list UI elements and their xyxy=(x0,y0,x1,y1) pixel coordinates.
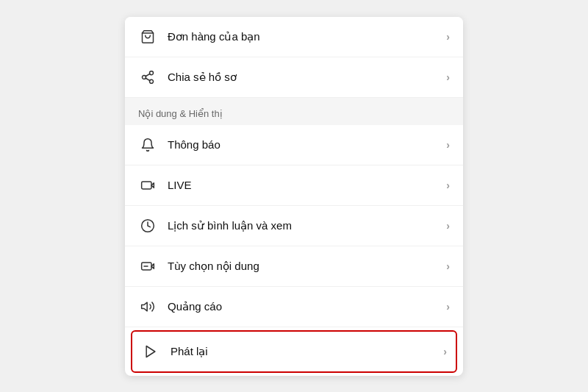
menu-item-lich-su[interactable]: Lịch sử bình luận và xem › xyxy=(125,206,463,246)
menu-item-quang-cao[interactable]: Quảng cáo › xyxy=(125,287,463,327)
svg-rect-6 xyxy=(142,182,151,189)
section-header: Nội dung & Hiển thị xyxy=(125,98,463,125)
chia-se-chevron: › xyxy=(446,71,450,83)
thong-bao-label: Thông báo xyxy=(168,138,446,151)
lich-su-chevron: › xyxy=(446,220,450,232)
share-icon xyxy=(138,68,157,87)
svg-line-5 xyxy=(146,74,150,76)
menu-item-tuy-chon[interactable]: Tùy chọn nội dung › xyxy=(125,246,463,287)
ad-icon xyxy=(138,297,157,316)
video-options-icon xyxy=(138,257,157,276)
section-label: Nội dung & Hiển thị xyxy=(138,108,223,119)
phat-lai-label: Phát lại xyxy=(171,345,443,358)
menu-item-live[interactable]: LIVE › xyxy=(125,165,463,206)
tuy-chon-label: Tùy chọn nội dung xyxy=(168,260,446,273)
lich-su-label: Lịch sử bình luận và xem xyxy=(168,219,446,232)
menu-item-thong-bao[interactable]: Thông báo › xyxy=(125,125,463,165)
menu-item-chia-se[interactable]: Chia sẻ hồ sơ › xyxy=(125,57,463,98)
chia-se-label: Chia sẻ hồ sơ xyxy=(168,71,446,84)
play-icon xyxy=(141,342,160,361)
quang-cao-label: Quảng cáo xyxy=(168,300,446,313)
phone-container: Đơn hàng của bạn › Chia sẻ hồ sơ › Nội d… xyxy=(125,17,463,376)
history-icon xyxy=(138,216,157,235)
live-icon xyxy=(138,176,157,195)
svg-marker-11 xyxy=(146,346,155,357)
menu-item-don-hang[interactable]: Đơn hàng của bạn › xyxy=(125,17,463,57)
live-label: LIVE xyxy=(168,179,446,191)
bell-icon xyxy=(138,135,157,154)
quang-cao-chevron: › xyxy=(446,301,450,313)
svg-line-4 xyxy=(146,78,150,80)
don-hang-label: Đơn hàng của bạn xyxy=(168,30,446,43)
don-hang-chevron: › xyxy=(446,31,450,43)
phat-lai-chevron: › xyxy=(443,346,447,357)
live-chevron: › xyxy=(446,179,450,191)
thong-bao-chevron: › xyxy=(446,139,450,151)
tuy-chon-chevron: › xyxy=(446,260,450,272)
svg-marker-10 xyxy=(142,302,148,311)
menu-item-phat-lai[interactable]: Phát lại › xyxy=(131,330,457,373)
cart-icon xyxy=(138,27,157,46)
